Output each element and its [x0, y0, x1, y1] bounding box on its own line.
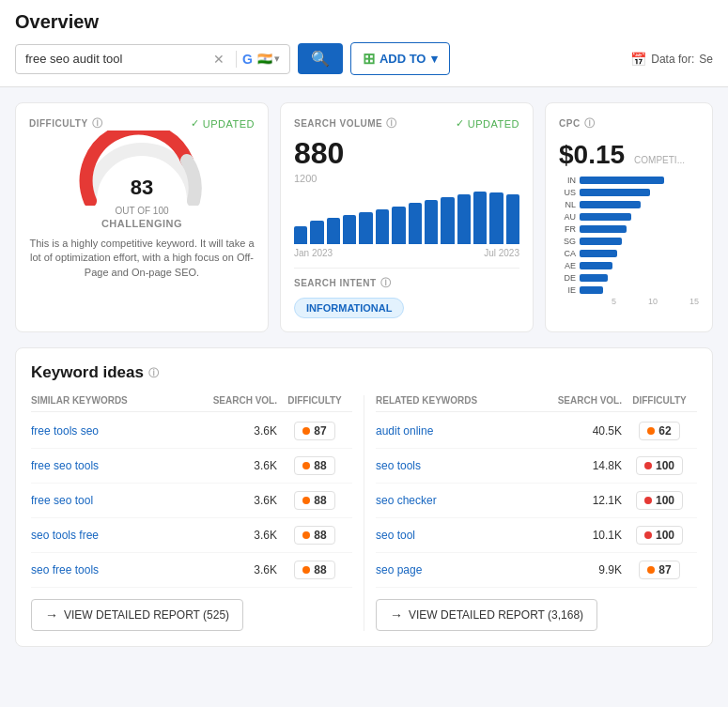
diff-dot	[302, 531, 310, 539]
volume-info-icon[interactable]: ⓘ	[386, 116, 397, 131]
page-container: Overview ✕ G 🇮🇳 ▾ 🔍 ⊞ ADD TO ▾ 📅 Data fo	[0, 0, 728, 707]
diff-dot	[647, 566, 655, 574]
country-row: FR	[559, 224, 699, 234]
country-code: IE	[559, 285, 576, 295]
diff-badge: 100	[636, 456, 683, 475]
diff-dot	[647, 427, 655, 435]
kw-link[interactable]: seo page	[376, 563, 556, 576]
kw-link[interactable]: free seo tool	[31, 494, 211, 507]
data-for-abbr: Se	[699, 53, 713, 66]
bar	[392, 207, 405, 244]
diff-badge: 87	[639, 561, 679, 579]
header: Overview ✕ G 🇮🇳 ▾ 🔍 ⊞ ADD TO ▾ 📅 Data fo	[0, 0, 728, 87]
kw-diff: 87	[622, 561, 697, 579]
bar	[343, 215, 356, 244]
diff-dot	[644, 497, 652, 504]
cpc-card: CPC ⓘ $0.15 COMPETI... IN US NL AU FR SG…	[545, 102, 713, 332]
chevron-down-icon[interactable]: ▾	[274, 53, 280, 65]
check-icon: ✓	[191, 117, 200, 130]
chart-labels: Jan 2023 Jul 2023	[294, 248, 519, 258]
volume-max: 1200	[294, 173, 519, 184]
kw-link[interactable]: seo tools	[376, 459, 556, 472]
intent-info-icon[interactable]: ⓘ	[380, 276, 392, 290]
gauge-level: CHALLENGING	[101, 218, 182, 229]
volume-label: SEARCH VOLUME ⓘ ✓ Updated	[294, 116, 519, 131]
related-keywords-table: RELATED KEYWORDS SEARCH VOL. DIFFICULTY …	[364, 395, 697, 631]
kw-link[interactable]: audit online	[376, 424, 556, 438]
kw-vol: 3.6K	[211, 529, 277, 542]
bar	[409, 203, 422, 244]
country-bar	[580, 250, 617, 257]
clear-icon[interactable]: ✕	[213, 52, 225, 67]
jul-label: Jul 2023	[484, 248, 519, 258]
kw-diff: 100	[622, 456, 697, 475]
bar	[457, 194, 471, 244]
search-button[interactable]: 🔍	[298, 43, 343, 74]
kw-link[interactable]: seo checker	[376, 494, 556, 507]
diff-badge: 88	[294, 561, 334, 579]
diff-badge: 87	[294, 422, 334, 440]
gauge-svg: 83	[76, 131, 208, 206]
related-col-headers: RELATED KEYWORDS SEARCH VOL. DIFFICULTY	[376, 395, 697, 412]
related-rows: audit online 40.5K 62 seo tools 14.8K 10…	[376, 414, 697, 588]
google-logo: G	[242, 52, 256, 67]
country-bar	[580, 213, 631, 221]
kw-vol: 40.5K	[556, 424, 622, 438]
cpc-label-text: CPC	[559, 118, 581, 129]
bar	[425, 200, 438, 244]
data-for: 📅 Data for: Se	[630, 52, 713, 67]
diff-badge: 100	[636, 526, 683, 545]
kw-link[interactable]: free seo tools	[31, 459, 211, 472]
country-code: AU	[559, 212, 576, 222]
search-bar-row: ✕ G 🇮🇳 ▾ 🔍 ⊞ ADD TO ▾ 📅 Data for: Se	[15, 42, 713, 75]
country-row: IN	[559, 176, 699, 185]
table-row: seo page 9.9K 87	[376, 553, 697, 588]
difficulty-updated: ✓ Updated	[191, 117, 255, 130]
gauge-value-text: 83	[131, 176, 153, 199]
add-to-button[interactable]: ⊞ ADD TO ▾	[350, 42, 450, 75]
difficulty-info-icon[interactable]: ⓘ	[92, 116, 103, 131]
kw-link[interactable]: free tools seo	[31, 424, 211, 438]
country-bar	[580, 262, 612, 269]
kw-link[interactable]: seo tools free	[31, 529, 211, 542]
difficulty-label-text: DIFFICULTY	[29, 118, 88, 129]
kw-link[interactable]: seo free tools	[31, 563, 211, 576]
similar-view-report-btn[interactable]: → VIEW DETAILED REPORT (525)	[31, 599, 243, 631]
diff-dot	[644, 462, 652, 469]
kw-diff: 88	[277, 526, 352, 545]
kw-diff: 88	[277, 456, 352, 475]
related-view-report-btn[interactable]: → VIEW DETAILED REPORT (3,168)	[376, 599, 597, 631]
arrow-right-icon: →	[45, 607, 58, 622]
kw-link[interactable]: seo tool	[376, 529, 556, 542]
keyword-section-info-icon[interactable]: ⓘ	[148, 366, 159, 380]
diff-dot	[302, 427, 310, 435]
kw-diff: 88	[277, 491, 352, 510]
country-row: IE	[559, 285, 699, 295]
cpc-info-icon[interactable]: ⓘ	[584, 116, 596, 131]
data-for-label: Data for:	[651, 53, 694, 66]
related-arrow-right-icon: →	[390, 607, 403, 622]
country-row: NL	[559, 200, 699, 209]
cpc-row: $0.15 COMPETI...	[559, 134, 699, 172]
kw-diff: 88	[277, 561, 352, 579]
bar	[489, 192, 503, 244]
intent-label-text: SEARCH INTENT	[294, 278, 377, 288]
table-row: seo checker 12.1K 100	[376, 484, 697, 518]
search-input[interactable]	[25, 52, 213, 66]
diff-badge: 88	[294, 456, 334, 475]
similar-kw-header: SIMILAR KEYWORDS	[31, 395, 211, 406]
volume-check-icon: ✓	[456, 117, 465, 130]
kw-diff: 100	[622, 526, 697, 545]
table-row: free seo tool 3.6K 88	[31, 484, 352, 518]
similar-col-headers: SIMILAR KEYWORDS SEARCH VOL. DIFFICULTY	[31, 395, 352, 412]
country-bar	[580, 274, 608, 282]
table-row: seo free tools 3.6K 88	[31, 553, 352, 588]
country-bar	[580, 177, 664, 184]
calendar-icon: 📅	[630, 52, 646, 67]
related-vol-header: SEARCH VOL.	[556, 395, 622, 406]
diff-dot	[302, 497, 310, 504]
kw-vol: 14.8K	[556, 459, 622, 472]
cpc-value: $0.15	[559, 140, 625, 170]
add-icon: ⊞	[363, 50, 375, 68]
diff-dot	[644, 531, 652, 539]
